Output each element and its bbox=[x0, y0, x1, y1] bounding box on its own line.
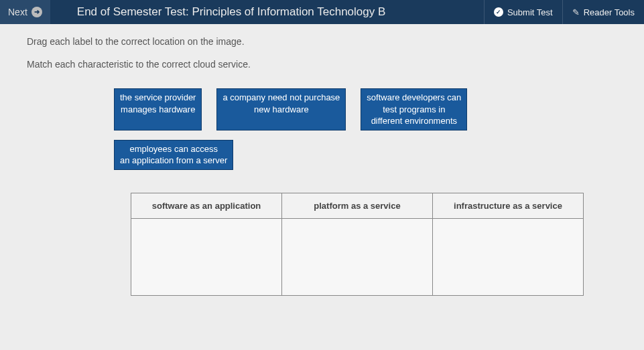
drop-targets-table: software as an application platform as a… bbox=[131, 193, 584, 296]
drag-label-developers-test[interactable]: software developers can test programs in… bbox=[361, 88, 467, 130]
page-title: End of Semester Test: Principles of Info… bbox=[50, 5, 406, 19]
column-header-iaas: infrastructure as a service bbox=[433, 193, 584, 218]
drag-label-employees-access[interactable]: employees can access an application from… bbox=[114, 140, 233, 170]
instruction-line-1: Drag each label to the correct location … bbox=[27, 36, 617, 47]
instruction-line-2: Match each characteristic to the correct… bbox=[27, 59, 617, 70]
drop-target-iaas[interactable] bbox=[433, 218, 584, 295]
submit-test-button[interactable]: ✓ Submit Test bbox=[484, 0, 562, 24]
column-header-paas: platform as a service bbox=[282, 193, 433, 218]
tools-label: Reader Tools bbox=[584, 7, 635, 17]
table-drop-row bbox=[131, 218, 584, 295]
submit-label: Submit Test bbox=[507, 7, 553, 17]
check-circle-icon: ✓ bbox=[494, 7, 503, 17]
content-area: Drag each label to the correct location … bbox=[0, 24, 644, 350]
drag-label-provider-hardware[interactable]: the service provider manages hardware bbox=[114, 88, 202, 130]
drop-target-paas[interactable] bbox=[282, 218, 433, 295]
table-header-row: software as an application platform as a… bbox=[131, 193, 584, 218]
labels-row-2: employees can access an application from… bbox=[114, 140, 617, 170]
next-label: Next bbox=[8, 7, 27, 17]
draggable-labels-area: the service provider manages hardware a … bbox=[114, 88, 617, 170]
next-button[interactable]: Next ➜ bbox=[0, 0, 50, 24]
topbar: Next ➜ End of Semester Test: Principles … bbox=[0, 0, 644, 24]
arrow-right-icon: ➜ bbox=[31, 7, 42, 17]
reader-tools-button[interactable]: ✎ Reader Tools bbox=[562, 0, 644, 24]
drag-label-no-purchase-hardware[interactable]: a company need not purchase new hardware bbox=[216, 88, 346, 130]
wrench-icon: ✎ bbox=[572, 7, 580, 17]
labels-row-1: the service provider manages hardware a … bbox=[114, 88, 617, 130]
drop-target-saas[interactable] bbox=[131, 218, 282, 295]
column-header-saas: software as an application bbox=[131, 193, 282, 218]
